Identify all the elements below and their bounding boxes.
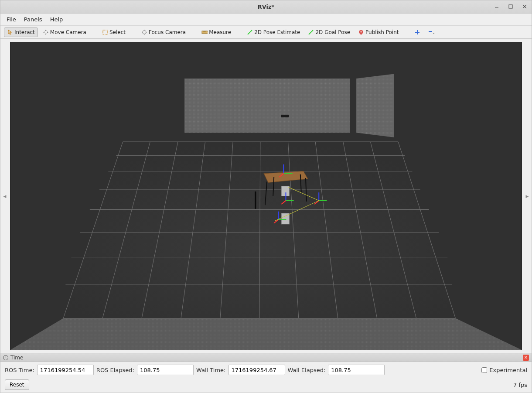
titlebar: RViz* (0, 0, 532, 14)
close-button[interactable] (520, 2, 529, 11)
focus-camera-tool[interactable]: Focus Camera (138, 27, 189, 37)
svg-marker-23 (433, 33, 434, 34)
toolbar: Interact Move Camera Select Focus Camera… (0, 26, 532, 39)
minus-dropdown-icon (428, 29, 434, 35)
svg-point-5 (143, 31, 146, 34)
time-panel-header[interactable]: Time ✕ (0, 353, 532, 362)
interact-tool[interactable]: Interact (4, 27, 38, 37)
move-camera-icon (43, 29, 49, 35)
svg-rect-51 (281, 115, 289, 117)
add-tool[interactable] (411, 27, 423, 37)
interact-label: Interact (14, 29, 35, 35)
footer-row: Reset 7 fps (0, 378, 532, 393)
wall-elapsed-field[interactable] (328, 365, 385, 375)
experimental-label: Experimental (489, 367, 527, 373)
svg-point-19 (361, 31, 362, 32)
time-panel-body: ROS Time: ROS Elapsed: Wall Time: Wall E… (0, 362, 532, 378)
wall-elapsed-label: Wall Elapsed: (288, 367, 326, 373)
time-panel-title: Time (10, 355, 23, 361)
svg-marker-27 (10, 318, 522, 350)
publish-point-tool[interactable]: Publish Point (355, 27, 402, 37)
move-camera-label: Move Camera (50, 29, 86, 35)
publish-point-label: Publish Point (365, 29, 399, 35)
svg-rect-4 (103, 30, 107, 34)
menu-panels[interactable]: Panels (24, 16, 42, 23)
clock-icon (3, 355, 8, 360)
measure-icon (201, 29, 208, 35)
window-controls (492, 2, 529, 11)
focus-camera-icon (141, 29, 147, 35)
time-panel-close-button[interactable]: ✕ (523, 355, 529, 361)
reset-button[interactable]: Reset (5, 379, 29, 390)
ros-time-label: ROS Time: (5, 367, 34, 373)
minimize-button[interactable] (492, 2, 501, 11)
measure-label: Measure (209, 29, 231, 35)
interact-icon (7, 29, 13, 35)
ros-elapsed-field[interactable] (137, 365, 194, 375)
maximize-button[interactable] (506, 2, 515, 11)
remove-tool[interactable] (425, 27, 437, 37)
pose-estimate-icon (247, 29, 253, 35)
svg-rect-1 (509, 5, 512, 8)
viewport-3d[interactable] (10, 42, 522, 350)
goal-pose-icon (308, 29, 314, 35)
right-panel-handle[interactable]: ▶ (523, 39, 532, 353)
publish-point-icon (358, 29, 364, 35)
focus-camera-label: Focus Camera (149, 29, 186, 35)
move-camera-tool[interactable]: Move Camera (40, 27, 89, 37)
viewport-row: ◀ (0, 39, 532, 353)
experimental-checkbox[interactable] (481, 367, 487, 373)
time-panel: Time ✕ ROS Time: ROS Elapsed: Wall Time:… (0, 353, 532, 393)
menubar: File Panels Help (0, 14, 532, 26)
select-tool[interactable]: Select (99, 27, 129, 37)
goal-pose-tool[interactable]: 2D Goal Pose (305, 27, 353, 37)
select-label: Select (109, 29, 126, 35)
fps-label: 7 fps (513, 382, 527, 388)
wall-time-label: Wall Time: (196, 367, 226, 373)
select-icon (102, 29, 108, 35)
ros-time-field[interactable] (37, 365, 94, 375)
left-panel-handle[interactable]: ◀ (0, 39, 9, 353)
plus-icon (414, 29, 420, 35)
window-title: RViz* (258, 3, 275, 10)
svg-marker-50 (356, 74, 394, 137)
measure-tool[interactable]: Measure (198, 27, 234, 37)
pose-estimate-label: 2D Pose Estimate (254, 29, 300, 35)
pose-estimate-tool[interactable]: 2D Pose Estimate (244, 27, 303, 37)
svg-marker-49 (184, 79, 350, 133)
menu-file[interactable]: File (7, 16, 16, 23)
goal-pose-label: 2D Goal Pose (315, 29, 350, 35)
ros-elapsed-label: ROS Elapsed: (96, 367, 134, 373)
menu-help[interactable]: Help (50, 16, 63, 23)
wall-time-field[interactable] (228, 365, 285, 375)
